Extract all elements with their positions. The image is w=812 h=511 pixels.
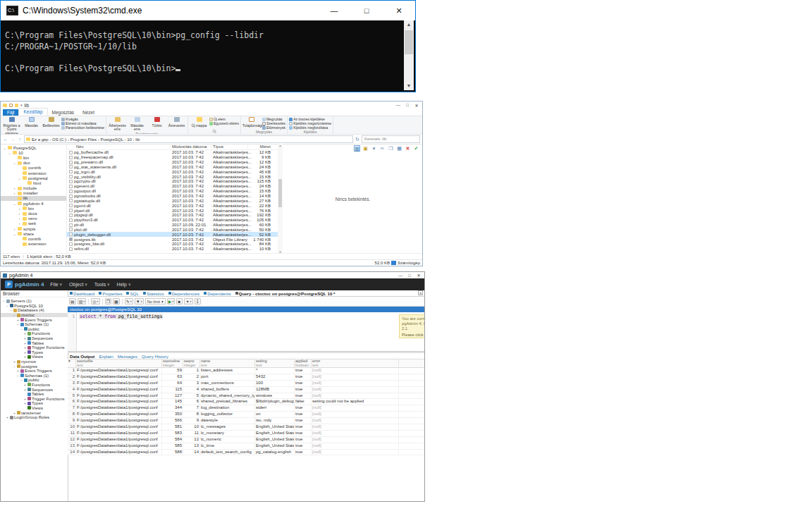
expand-icon[interactable]: + <box>23 345 27 350</box>
forward-icon[interactable]: → <box>10 137 16 142</box>
cell-setting[interactable]: on <box>255 412 295 417</box>
tree-item-extension[interactable]: extension <box>1 171 66 176</box>
cell-seqno[interactable]: 7 <box>183 405 200 411</box>
cell-sourceline[interactable]: 115 <box>162 387 183 393</box>
preview-pane-icon[interactable]: ▥ <box>354 145 360 152</box>
close-button[interactable]: ✕ <box>415 273 422 278</box>
chevron-right-icon[interactable]: › <box>18 221 21 226</box>
output-tab-data-output[interactable]: Data Output <box>70 354 94 359</box>
cell-name[interactable]: lc_messages <box>200 424 255 430</box>
tab-query[interactable]: Query - ctoctoc on postgres@PostgreSQL 1… <box>233 290 338 296</box>
tree-item-tanszerver[interactable]: +tanszerver <box>1 410 68 415</box>
tree-item-event-triggers[interactable]: +Event Triggers <box>1 317 68 322</box>
grid-row[interactable]: 8F:/postgresDatabase/data1/postgresql.co… <box>68 412 424 418</box>
collapse-icon[interactable]: − <box>2 299 6 303</box>
expand-icon[interactable]: + <box>13 411 16 415</box>
cell-sourcefile[interactable]: F:/postgresDatabase/data1/postgresql.con… <box>76 381 162 386</box>
cell-sourceline[interactable]: 63 <box>162 374 183 380</box>
chevron-right-icon[interactable]: › <box>18 216 21 221</box>
cell-name[interactable]: shared_buffers <box>200 387 255 393</box>
ribbon-tab-megoszt-s[interactable]: Megosztás <box>48 109 78 116</box>
stop-button[interactable]: ■ <box>176 298 183 304</box>
cell-setting[interactable]: English_United States.1252 <box>255 443 295 449</box>
cell-applied[interactable]: true <box>295 405 312 411</box>
tree-item-servers-1[interactable]: −Servers (1) <box>1 299 68 304</box>
file-row[interactable]: pgrowlocks.dll2017.10.03. 7:42Alkalmazás… <box>66 194 278 199</box>
pgadmin-titlebar[interactable]: pgAdmin 4 — □ ✕ <box>1 272 424 278</box>
grid-row[interactable]: 10F:/postgresDatabase/data1/postgresql.c… <box>68 424 424 431</box>
parancsikon-beilleszt-se-button[interactable]: Parancsikon beillesztése <box>61 125 104 130</box>
expand-icon[interactable]: + <box>23 350 27 355</box>
breadcrumb-segment[interactable]: OS (C:) <box>52 137 66 142</box>
cell-name[interactable]: default_text_search_config <box>200 450 255 455</box>
cell-sourcefile[interactable]: F:/postgresDatabase/data1/postgresql.con… <box>76 450 162 455</box>
open-file-button[interactable]: ▤ <box>69 298 76 304</box>
cell-sourcefile[interactable]: F:/postgresDatabase/data1/postgresql.con… <box>76 437 162 443</box>
cell-seqno[interactable]: 8 <box>183 412 200 417</box>
cell-name[interactable]: dynamic_shared_memory_type <box>200 393 255 399</box>
cell-setting[interactable]: English_United States.1252 <box>255 437 295 443</box>
chevron-right-icon[interactable]: › <box>13 227 16 231</box>
file-row[interactable]: pg_prewarm.dll2017.10.03. 7:42Alkalmazás… <box>66 160 278 165</box>
cell-sourcefile[interactable]: F:/postgresDatabase/data1/postgresql.con… <box>76 418 162 424</box>
minimize-button[interactable]: — <box>395 103 402 107</box>
cell-applied[interactable]: true <box>295 443 312 449</box>
tree-item-public[interactable]: −public <box>1 327 68 332</box>
cell-setting[interactable]: windows <box>255 393 295 399</box>
tree-item-postgres[interactable]: −postgres <box>1 364 68 369</box>
cell-error[interactable]: [null] <box>312 368 399 374</box>
edit-button[interactable]: ✎▾ <box>125 298 133 304</box>
cell-name[interactable]: datestyle <box>200 418 255 424</box>
file-list-scrollbar[interactable]: ▲ ▼ <box>278 144 283 254</box>
cell-sourceline[interactable]: 584 <box>162 437 183 443</box>
menu-help[interactable]: Help ▾ <box>117 282 131 288</box>
cell-error[interactable]: [null] <box>312 424 399 430</box>
grid-row[interactable]: 1F:/postgresDatabase/data1/postgresql.co… <box>68 368 424 374</box>
copy-button[interactable]: ❐ <box>105 298 111 304</box>
file-row[interactable]: plugin_debugger.dll2017.10.03. 7:42Alkal… <box>66 232 278 237</box>
quick-access-icon[interactable] <box>9 104 13 107</box>
cell-sourceline[interactable]: 350 <box>162 412 183 417</box>
beilleszt-s-button[interactable]: Beillesztés <box>42 117 61 128</box>
egyszer-el-r-s-button[interactable]: Egyszerű elérés <box>209 121 239 125</box>
cell-seqno[interactable]: 3 <box>183 381 200 386</box>
tree-item-event-triggers[interactable]: +Event Triggers <box>1 369 68 374</box>
column-header-type[interactable]: Típus <box>211 144 248 149</box>
cmd-titlebar[interactable]: C:\ C:\Windows\System32\cmd.exe — □ ✕ <box>1 1 415 20</box>
cell-error[interactable]: [null] <box>312 443 399 449</box>
find-button[interactable]: ◎▾ <box>91 298 99 304</box>
cell-seqno[interactable]: 10 <box>183 424 200 430</box>
scroll-up-icon[interactable]: ▲ <box>278 144 283 147</box>
row-limit-select[interactable]: No limit▾ <box>145 298 166 304</box>
file-row[interactable]: pgxml.dll2017.10.03. 7:42Alkalmazáskiter… <box>66 203 278 208</box>
ribbon-tab-n-zet[interactable]: Nézet <box>78 109 99 116</box>
file-row[interactable]: pg_stat_statements.dll2017.10.03. 7:42Al… <box>66 165 278 170</box>
grid-row[interactable]: 6F:/postgresDatabase/data1/postgresql.co… <box>68 399 424 405</box>
tree-item-public[interactable]: −public <box>1 378 68 383</box>
thelyez-s-erre-button[interactable]: Áthelyezés erre <box>108 117 127 132</box>
cell-sourcefile[interactable]: F:/postgresDatabase/data1/postgresql.con… <box>76 393 162 399</box>
menu-tools[interactable]: Tools ▾ <box>94 282 110 288</box>
cell-sourcefile[interactable]: F:/postgresDatabase/data1/postgresql.con… <box>76 443 162 449</box>
chevron-down-icon[interactable]: ⌄ <box>13 202 16 206</box>
update-notification[interactable]: × You are currently running version 2.0 … <box>399 314 424 338</box>
cell-seqno[interactable]: 12 <box>183 437 200 443</box>
tree-item-postgresql-10[interactable]: −PostgreSQL 10 <box>1 304 68 309</box>
collapse-icon[interactable]: − <box>13 364 16 369</box>
tree-item-functions[interactable]: +Functions <box>1 383 68 388</box>
cell-applied[interactable]: true <box>295 387 312 393</box>
cut-icon[interactable]: ✂ <box>379 145 386 152</box>
cell-sourceline[interactable]: 585 <box>162 443 183 449</box>
tab-properties[interactable]: Properties <box>97 290 124 296</box>
cell-sourceline[interactable]: 344 <box>162 405 183 411</box>
cell-error[interactable]: setting could not be applied <box>312 399 399 405</box>
cell-applied[interactable]: true <box>295 381 312 386</box>
expand-icon[interactable]: + <box>23 388 27 392</box>
grid-row[interactable]: 13F:/postgresDatabase/data1/postgresql.c… <box>68 443 424 450</box>
scroll-down-icon[interactable]: ▼ <box>404 82 414 90</box>
tree-item-login-group-roles[interactable]: +Login/Group Roles <box>1 415 68 420</box>
file-row[interactable]: pg_visibility.dll2017.10.03. 7:42Alkalma… <box>66 174 278 179</box>
m-sol-s-erre-button[interactable]: Másolás erre <box>128 117 147 132</box>
file-row[interactable]: pgcrypto.dll2017.10.03. 7:42Alkalmazáski… <box>66 179 278 184</box>
tree-item-types[interactable]: +Types <box>1 401 68 406</box>
